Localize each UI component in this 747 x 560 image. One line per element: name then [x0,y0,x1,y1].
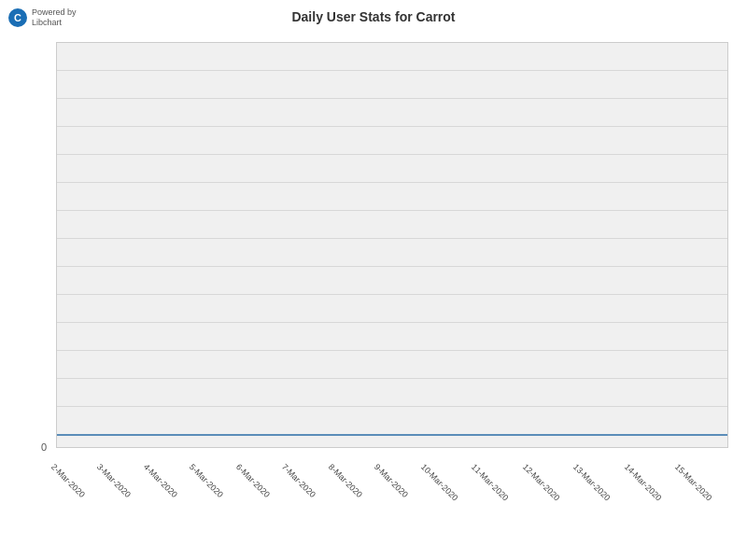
x-axis: 2-Mar-20203-Mar-20204-Mar-20205-Mar-2020… [56,453,728,560]
x-axis-label: 3-Mar-2020 [95,462,133,499]
chart-plot-area [56,42,728,448]
y-axis-zero-label: 0 [41,441,47,453]
x-axis-label: 11-Mar-2020 [470,462,511,503]
data-line [57,434,727,436]
x-axis-label: 4-Mar-2020 [142,462,179,499]
x-axis-label: 9-Mar-2020 [373,462,410,499]
x-axis-label: 8-Mar-2020 [327,462,364,499]
x-axis-label: 14-Mar-2020 [623,462,664,503]
chart-container: C Powered by Libchart Daily User Stats f… [0,0,747,560]
chart-title: Daily User Stats for Carrot [0,9,747,24]
x-axis-label: 6-Mar-2020 [234,462,272,499]
x-axis-label: 12-Mar-2020 [521,462,562,503]
x-axis-label: 5-Mar-2020 [188,462,225,499]
x-axis-label: 2-Mar-2020 [49,462,87,499]
x-axis-label: 10-Mar-2020 [419,462,460,503]
x-axis-label: 15-Mar-2020 [673,462,714,503]
x-axis-label: 7-Mar-2020 [280,462,317,499]
x-axis-label: 13-Mar-2020 [571,462,613,503]
